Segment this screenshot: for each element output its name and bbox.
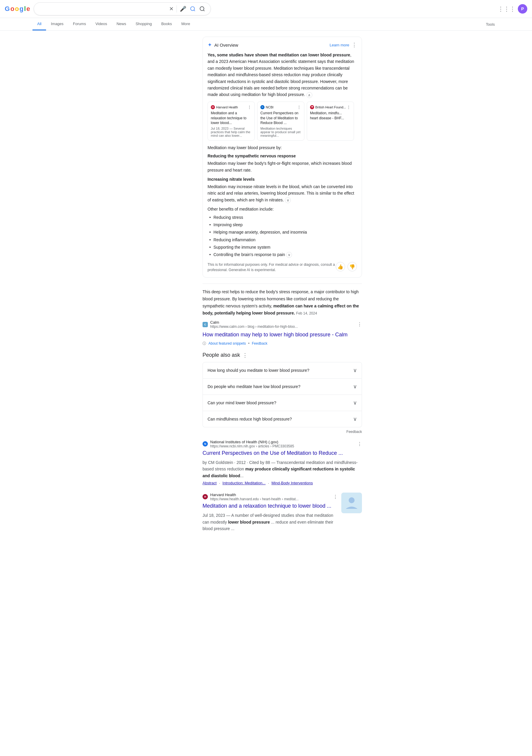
paa-chevron-4: ∨ (353, 416, 357, 422)
tab-images[interactable]: Images (46, 18, 68, 30)
tab-news[interactable]: News (112, 18, 131, 30)
paa-feedback[interactable]: Feedback (202, 430, 362, 434)
nih-sublink-abstract[interactable]: Abstract (202, 481, 217, 485)
source-name-ncbi: NCBI (266, 105, 273, 109)
svg-point-0 (190, 7, 194, 11)
dot-separator: • (248, 341, 250, 345)
source-card-dots-harvard[interactable]: ⋮ (248, 105, 252, 110)
section-divider (202, 284, 362, 284)
nih-site-info: N National Institutes of Health (NIH) (.… (202, 440, 362, 448)
paa-item-3[interactable]: Can your mind lower blood pressure? ∨ (202, 395, 362, 411)
sep1: · (219, 481, 220, 485)
google-logo[interactable]: Google (5, 5, 30, 13)
paa-chevron-3: ∨ (353, 399, 357, 406)
lower-bp-header: Meditation may lower blood pressure by: (207, 145, 357, 150)
featured-snippet: This deep rest helps to reduce the body'… (202, 288, 362, 346)
voice-search-button[interactable]: 🎤 (179, 5, 187, 13)
collapse-summary-button[interactable]: ∧ (306, 92, 312, 98)
snippet-footer: ⓘ About featured snippets • Feedback (202, 341, 362, 346)
source-card-date-harvard: Jul 18, 2023 — Several practices that he… (211, 127, 252, 137)
clear-button[interactable]: ✕ (169, 5, 174, 13)
feedback-link[interactable]: Feedback (252, 341, 267, 345)
benefit-nitrate: Increasing nitrate levels Meditation may… (207, 177, 357, 203)
source-card-header-ncbi: N NCBI ⋮ (260, 105, 301, 110)
tab-all[interactable]: All (33, 18, 46, 30)
featured-result-link[interactable]: How meditation may help to lower high bl… (202, 331, 362, 338)
source-card-bhf[interactable]: ❤ British Heart Found... ⋮ Meditation, m… (307, 102, 354, 141)
tab-shopping[interactable]: Shopping (131, 18, 156, 30)
source-card-harvard[interactable]: H Harvard Health ⋮ Meditation and a rela… (207, 102, 255, 141)
collapse-nitrate-button[interactable]: ∨ (285, 197, 291, 203)
about-featured-link[interactable]: About featured snippets (208, 341, 246, 345)
search-result-nih: N National Institutes of Health (NIH) (.… (202, 440, 362, 485)
bhf-icon: ❤ (310, 105, 314, 109)
site-url: https://www.calm.com › blog › meditation… (210, 325, 298, 329)
paa-item-1[interactable]: How long should you meditate to lower bl… (202, 362, 362, 379)
paa-question-1: How long should you meditate to lower bl… (207, 368, 309, 373)
source-card-title-ncbi: Current Perspectives on the Use of Medit… (260, 111, 301, 125)
source-name-harvard: Harvard Health (216, 105, 238, 109)
other-benefits-title: Other benefits of meditation include: (207, 207, 357, 211)
tab-forums[interactable]: Forums (68, 18, 91, 30)
source-card-dots-ncbi[interactable]: ⋮ (297, 105, 301, 110)
nih-more-button[interactable]: ⋮ (357, 441, 362, 447)
snippet-date: Feb 14, 2024 (296, 311, 317, 315)
thumbs-down-button[interactable]: 👎 (348, 262, 357, 271)
list-item: Reducing inflammation (207, 236, 357, 244)
search-result-harvard: H Harvard Health https://www.health.harv… (202, 493, 362, 532)
ai-more-button[interactable]: ⋮ (352, 41, 357, 48)
source-card-ncbi[interactable]: N NCBI ⋮ Current Perspectives on the Use… (257, 102, 305, 141)
source-card-title-bhf: Meditation, mindfu... heart disease - BH… (310, 111, 351, 121)
benefit-title-sympathetic: Reducing the sympathetic nervous respons… (207, 153, 357, 158)
benefit-title-nitrate: Increasing nitrate levels (207, 177, 357, 182)
paa-item-4[interactable]: Can mindfulness reduce high blood pressu… (202, 411, 362, 427)
nih-result-link[interactable]: Current Perspectives on the Use of Medit… (202, 449, 362, 457)
harvard-thumbnail (341, 493, 362, 513)
ai-overview: ✦ AI Overview Learn more ⋮ Yes, some stu… (202, 37, 362, 278)
paa-chevron-1: ∨ (353, 367, 357, 374)
tools-button[interactable]: Tools (481, 19, 499, 30)
source-more-button[interactable]: ⋮ (357, 322, 362, 327)
lens-search-button[interactable] (189, 5, 196, 13)
main-content: ✦ AI Overview Learn more ⋮ Yes, some stu… (170, 31, 362, 545)
site-name: Calm (210, 320, 298, 325)
thumbs-up-button[interactable]: 👍 (336, 262, 345, 271)
nih-sublink-intro[interactable]: Introduction: Meditation... (223, 481, 266, 485)
ai-feedback-buttons: 👍 👎 (336, 262, 357, 271)
harvard-result-link[interactable]: Meditation and a relaxation technique to… (202, 502, 338, 510)
tab-books[interactable]: Books (156, 18, 176, 30)
nih-snippet: by CM Goldstein · 2012 · Cited by 88 — T… (202, 459, 362, 479)
ai-star-icon: ✦ (207, 41, 212, 48)
source-card-title-harvard: Meditation and a relaxation technique to… (211, 111, 252, 125)
tab-videos[interactable]: Videos (91, 18, 112, 30)
nih-favicon: N (202, 441, 208, 446)
people-also-ask: People also ask ⋮ How long should you me… (202, 352, 362, 434)
search-input[interactable]: does meditation reduce blood pressure (39, 6, 166, 12)
search-bar: does meditation reduce blood pressure ✕ … (34, 2, 211, 15)
harvard-more-button[interactable]: ⋮ (333, 494, 338, 500)
learn-more-button[interactable]: Learn more (330, 43, 349, 47)
search-button[interactable] (199, 5, 206, 13)
svg-point-2 (349, 497, 355, 503)
list-item: Improving sleep (207, 221, 357, 229)
user-avatar[interactable]: P (518, 4, 527, 14)
apps-button[interactable]: ⋮⋮⋮ (498, 5, 516, 13)
collapse-benefits-button[interactable]: ∨ (286, 252, 292, 258)
benefit-text-sympathetic: Meditation may lower the body's fight-or… (207, 160, 357, 173)
paa-header: People also ask ⋮ (202, 352, 362, 359)
source-card-dots-bhf[interactable]: ⋮ (347, 105, 351, 110)
paa-more-button[interactable]: ⋮ (242, 352, 248, 359)
header: Google does meditation reduce blood pres… (0, 0, 532, 18)
source-name-bhf: British Heart Found... (315, 105, 346, 109)
source-card-header-bhf: ❤ British Heart Found... ⋮ (310, 105, 351, 110)
source-cards: H Harvard Health ⋮ Meditation and a rela… (207, 102, 357, 141)
source-info: Calm https://www.calm.com › blog › medit… (210, 320, 298, 329)
nih-site-url: https://www.ncbi.nlm.nih.gov › articles … (210, 444, 294, 448)
ai-overview-actions: Learn more ⋮ (330, 41, 357, 48)
sep2: · (268, 481, 269, 485)
person-image (341, 493, 362, 513)
benefits-list: Reducing stress Improving sleep Helping … (207, 214, 357, 258)
paa-item-2[interactable]: Do people who meditate have low blood pr… (202, 379, 362, 395)
tab-more[interactable]: More (176, 18, 195, 30)
nih-sublink-mindbody[interactable]: Mind-Body Interventions (271, 481, 313, 485)
